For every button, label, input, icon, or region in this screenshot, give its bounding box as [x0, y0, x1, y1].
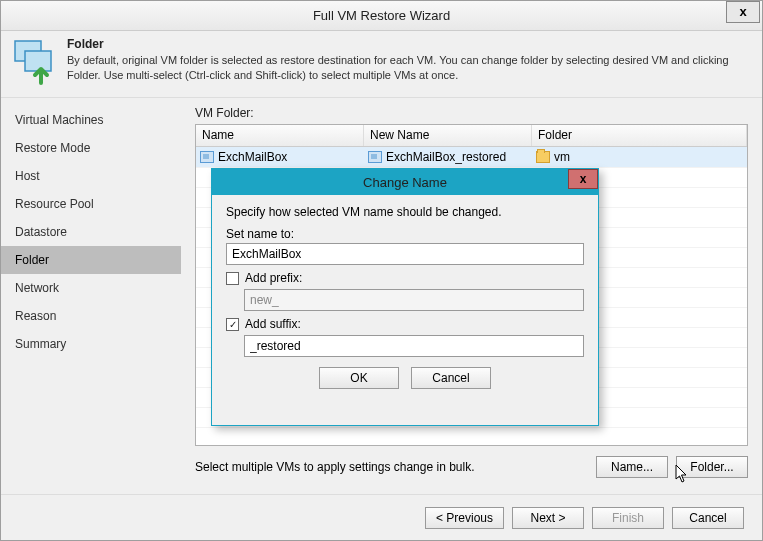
folder-icon: [536, 151, 550, 163]
folder-restore-icon: [11, 37, 61, 87]
titlebar: Full VM Restore Wizard x: [1, 1, 762, 31]
vm-icon: [200, 151, 214, 163]
folder-button[interactable]: Folder...: [676, 456, 748, 478]
bulk-hint: Select multiple VMs to apply settings ch…: [195, 460, 474, 474]
header-description: By default, original VM folder is select…: [67, 53, 752, 83]
table-row[interactable]: ExchMailBox ExchMailBox_restored vm: [196, 147, 747, 167]
suffix-input[interactable]: [244, 335, 584, 357]
set-name-input[interactable]: [226, 243, 584, 265]
sidebar-item-reason[interactable]: Reason: [1, 302, 181, 330]
sidebar-item-restore-mode[interactable]: Restore Mode: [1, 134, 181, 162]
vm-folder-label: VM Folder:: [195, 106, 748, 120]
previous-button[interactable]: < Previous: [425, 507, 504, 529]
wizard-header: Folder By default, original VM folder is…: [1, 31, 762, 98]
dialog-cancel-button[interactable]: Cancel: [411, 367, 491, 389]
sidebar-item-summary[interactable]: Summary: [1, 330, 181, 358]
change-name-dialog: Change Name x Specify how selected VM na…: [211, 168, 599, 426]
grid-header: Name New Name Folder: [196, 125, 747, 147]
dialog-titlebar: Change Name x: [212, 169, 598, 195]
sidebar-item-folder[interactable]: Folder: [1, 246, 181, 274]
sidebar-item-resource-pool[interactable]: Resource Pool: [1, 190, 181, 218]
window-close-button[interactable]: x: [726, 1, 760, 23]
col-new-name[interactable]: New Name: [364, 125, 532, 146]
name-button[interactable]: Name...: [596, 456, 668, 478]
next-button[interactable]: Next >: [512, 507, 584, 529]
sidebar-item-datastore[interactable]: Datastore: [1, 218, 181, 246]
cell-name: ExchMailBox: [218, 150, 287, 164]
vm-icon: [368, 151, 382, 163]
add-suffix-label: Add suffix:: [245, 317, 301, 331]
prefix-input: [244, 289, 584, 311]
window-title: Full VM Restore Wizard: [313, 8, 450, 23]
wizard-window: Full VM Restore Wizard x Folder By defau…: [0, 0, 763, 541]
below-grid-bar: Select multiple VMs to apply settings ch…: [195, 456, 748, 478]
header-text: Folder By default, original VM folder is…: [67, 37, 752, 87]
cancel-button[interactable]: Cancel: [672, 507, 744, 529]
add-suffix-row[interactable]: Add suffix:: [226, 317, 584, 331]
finish-button: Finish: [592, 507, 664, 529]
cell-folder: vm: [554, 150, 570, 164]
svg-rect-1: [25, 51, 51, 71]
set-name-label: Set name to:: [226, 227, 584, 241]
sidebar-item-virtual-machines[interactable]: Virtual Machines: [1, 106, 181, 134]
sidebar-item-host[interactable]: Host: [1, 162, 181, 190]
header-title: Folder: [67, 37, 752, 51]
sidebar-item-network[interactable]: Network: [1, 274, 181, 302]
dialog-body: Specify how selected VM name should be c…: [212, 195, 598, 399]
ok-button[interactable]: OK: [319, 367, 399, 389]
wizard-steps-sidebar: Virtual Machines Restore Mode Host Resou…: [1, 98, 181, 492]
add-suffix-checkbox[interactable]: [226, 318, 239, 331]
add-prefix-row[interactable]: Add prefix:: [226, 271, 584, 285]
wizard-footer: < Previous Next > Finish Cancel: [1, 494, 762, 540]
add-prefix-checkbox[interactable]: [226, 272, 239, 285]
dialog-title: Change Name: [363, 175, 447, 190]
col-folder[interactable]: Folder: [532, 125, 747, 146]
cell-new-name: ExchMailBox_restored: [386, 150, 506, 164]
col-name[interactable]: Name: [196, 125, 364, 146]
dialog-instruction: Specify how selected VM name should be c…: [226, 205, 584, 219]
dialog-close-button[interactable]: x: [568, 169, 598, 189]
add-prefix-label: Add prefix:: [245, 271, 302, 285]
